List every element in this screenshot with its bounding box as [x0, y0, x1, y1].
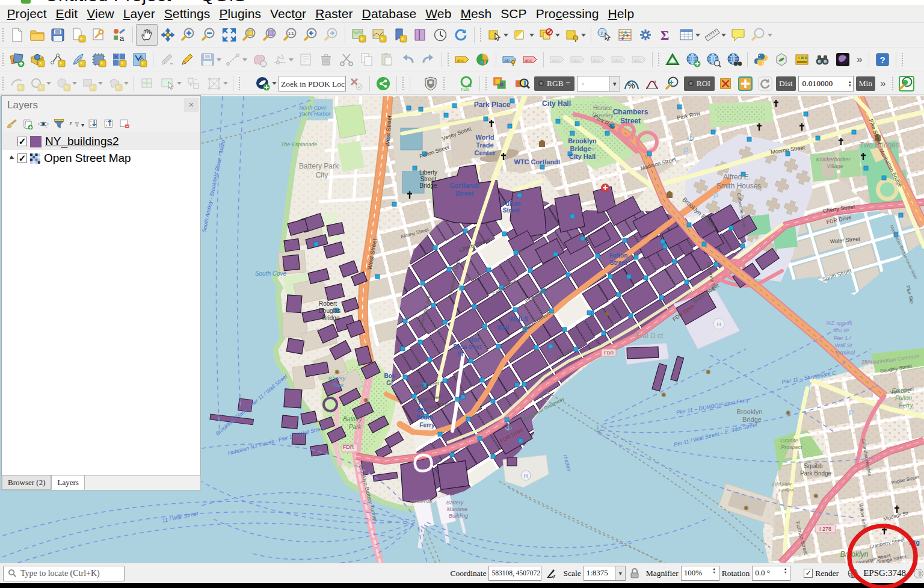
- svg-text:Fulton: Fulton: [502, 200, 521, 207]
- svg-text:Whitehall: Whitehall: [410, 498, 433, 504]
- svg-text:Wall S: Wall S: [509, 315, 529, 323]
- svg-text:Cortlandt: Cortlandt: [450, 182, 479, 189]
- svg-text:Maritime: Maritime: [447, 506, 468, 512]
- svg-text:Center: Center: [475, 149, 496, 156]
- svg-text:Ferry: Ferry: [419, 422, 434, 429]
- svg-text:City Hall: City Hall: [569, 153, 596, 160]
- svg-text:✺: ✺: [604, 310, 609, 317]
- svg-text:✺: ✺: [363, 397, 368, 404]
- svg-text:Street: Street: [620, 117, 641, 125]
- svg-text:I 278: I 278: [819, 526, 831, 532]
- svg-text:abc: abc: [613, 58, 621, 63]
- svg-text:*: *: [401, 36, 404, 43]
- svg-text:Bov: Bov: [384, 373, 396, 379]
- svg-text:*: *: [91, 85, 94, 91]
- svg-text:Wall: Wall: [497, 324, 509, 331]
- svg-text:✺: ✺: [743, 504, 748, 512]
- svg-text:Park: Park: [349, 424, 362, 430]
- svg-text:Broa: Broa: [454, 344, 467, 350]
- svg-text:ctor: ctor: [469, 336, 480, 343]
- svg-text:H: H: [717, 321, 721, 327]
- svg-text:abc: abc: [457, 58, 464, 63]
- svg-text:P: P: [849, 408, 854, 417]
- svg-text:Squibb: Squibb: [804, 463, 823, 469]
- svg-text:ε: ε: [70, 119, 73, 126]
- svg-text:*: *: [121, 61, 124, 67]
- svg-text:Alfred E.: Alfred E.: [723, 173, 751, 181]
- svg-text:Bridge: Bridge: [420, 182, 437, 189]
- svg-text:Battery: Battery: [343, 416, 363, 422]
- svg-text:*: *: [100, 61, 103, 67]
- svg-text:Wall St: Wall St: [835, 342, 852, 348]
- svg-text:✺: ✺: [661, 391, 666, 398]
- svg-text:abc: abc: [593, 58, 600, 63]
- svg-text:Prospect: Prospect: [781, 444, 802, 450]
- svg-text:treet: treet: [469, 344, 482, 350]
- svg-text:Ferry: Ferry: [899, 402, 913, 409]
- svg-text:Building: Building: [449, 513, 468, 519]
- svg-text:i: i: [601, 29, 603, 36]
- svg-text:Σ: Σ: [661, 28, 669, 43]
- svg-text:*: *: [39, 61, 42, 67]
- svg-text:FDR: FDR: [604, 350, 614, 356]
- svg-text:St: St: [457, 351, 464, 357]
- svg-text:⚓: ⚓: [593, 424, 602, 433]
- svg-text:1:1: 1:1: [288, 31, 294, 36]
- svg-text:*: *: [19, 85, 22, 91]
- svg-text:%: %: [627, 81, 635, 90]
- svg-text:Pier 1 /: Pier 1 /: [834, 335, 852, 341]
- svg-text:*: *: [141, 61, 144, 67]
- svg-text:Shu tle: Shu tle: [833, 327, 849, 333]
- svg-text:*: *: [360, 36, 363, 43]
- svg-text:IKE xpress: IKE xpress: [826, 320, 852, 326]
- svg-text:South Cove: South Cove: [255, 270, 287, 277]
- svg-text:*: *: [117, 85, 120, 91]
- svg-text:✺: ✺: [334, 368, 339, 376]
- svg-text:North Cove: North Cove: [299, 105, 327, 111]
- svg-text:Brooklyn: Brooklyn: [737, 408, 763, 415]
- svg-text:Bridge–: Bridge–: [570, 145, 595, 152]
- svg-text:Gr: Gr: [386, 380, 393, 386]
- svg-text:Smith Houses: Smith Houses: [716, 182, 762, 190]
- svg-text:Granite: Granite: [780, 438, 798, 444]
- svg-text:abc: abc: [572, 58, 580, 63]
- svg-text:abc: abc: [552, 58, 559, 63]
- svg-text:*: *: [381, 36, 384, 43]
- svg-text:Street: Street: [503, 207, 520, 214]
- svg-text:Chambers: Chambers: [613, 108, 648, 116]
- svg-text:Trade: Trade: [476, 141, 493, 149]
- svg-text:Robert: Robert: [319, 300, 337, 307]
- svg-text:Liberty: Liberty: [419, 169, 437, 176]
- svg-text:Yacht Harbor: Yacht Harbor: [299, 111, 331, 117]
- svg-text:Street: Street: [610, 259, 627, 266]
- svg-text:South: South: [416, 414, 433, 421]
- svg-text:Battery: Battery: [446, 500, 464, 506]
- svg-text:Park Place: Park Place: [474, 101, 511, 109]
- svg-text:*: *: [39, 85, 42, 91]
- svg-text:Bridge: Bridge: [322, 315, 340, 321]
- svg-text:σ: σ: [653, 78, 656, 84]
- svg-text:Street: Street: [420, 176, 437, 182]
- svg-text:City: City: [316, 171, 328, 179]
- svg-text:*: *: [65, 85, 68, 91]
- svg-text:City Hall: City Hall: [542, 99, 571, 108]
- svg-text:ab: ab: [504, 58, 510, 63]
- svg-text:WTC Cortlandt: WTC Cortlandt: [514, 158, 561, 166]
- svg-text:P: P: [713, 191, 719, 200]
- svg-text:The Esplanade: The Esplanade: [281, 141, 318, 147]
- svg-text:abc: abc: [525, 58, 532, 63]
- svg-text:Battery Park: Battery Park: [299, 162, 339, 170]
- svg-text:Terminal: Terminal: [834, 350, 855, 356]
- svg-text:H: H: [524, 473, 528, 479]
- svg-text:Old Pier: Old Pier: [772, 481, 793, 487]
- svg-text:Street: Street: [455, 190, 474, 197]
- svg-text:⚓: ⚓: [504, 422, 513, 431]
- svg-text:F al D ct: F al D ct: [636, 332, 664, 340]
- svg-text:?: ?: [880, 55, 886, 65]
- svg-text:28A: 28A: [861, 359, 871, 365]
- svg-text:P: P: [683, 146, 689, 155]
- svg-text:✺: ✺: [813, 492, 818, 500]
- svg-text:*: *: [80, 36, 83, 43]
- svg-text:FDR: FDR: [343, 444, 354, 450]
- svg-text:hub: hub: [461, 87, 469, 91]
